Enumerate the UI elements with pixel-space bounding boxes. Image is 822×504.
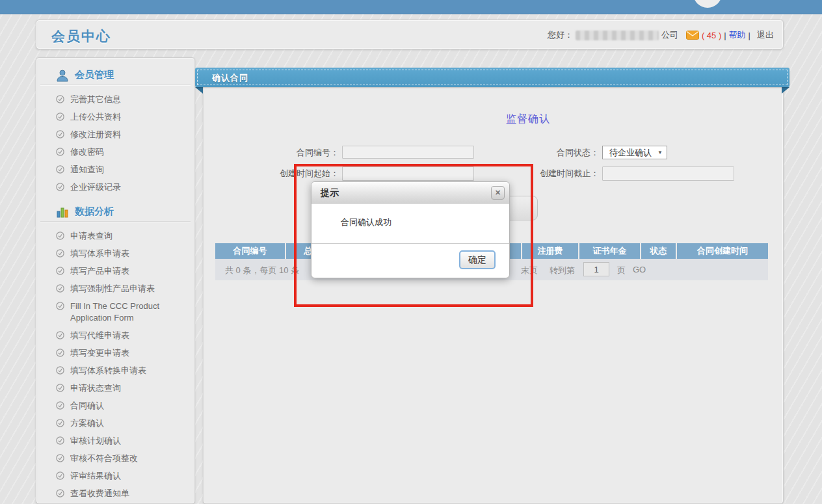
sidebar-item-nonconformity-rectification[interactable]: 审核不符合项整改	[36, 449, 194, 467]
item-label: 填写变更申请表	[70, 347, 129, 359]
check-circle-icon	[56, 113, 64, 121]
check-circle-icon	[56, 489, 64, 497]
page-number-input[interactable]	[583, 262, 609, 276]
ribbon-fold-right	[782, 87, 789, 94]
item-label: 上传公共资料	[70, 111, 121, 123]
sidebar-item-notice-query[interactable]: 通知查询	[36, 161, 194, 178]
check-circle-icon	[56, 165, 64, 174]
separator: |	[724, 31, 726, 40]
dialog-title-bar[interactable]: 提示 ✕	[312, 182, 509, 204]
item-label: 申请状态查询	[70, 382, 121, 394]
check-circle-icon	[56, 284, 64, 293]
col-certificate-annuity: 证书年金	[578, 243, 640, 259]
user-icon	[56, 69, 69, 82]
mail-envelope-icon[interactable]	[686, 31, 699, 40]
check-circle-icon	[56, 349, 64, 357]
check-circle-icon	[56, 267, 64, 275]
page-title: 监督确认	[506, 113, 550, 126]
sidebar-item-upload-public-docs[interactable]: 上传公共资料	[36, 108, 194, 126]
item-label: 修改密码	[70, 146, 104, 158]
sidebar-item-audit-plan-confirm[interactable]: 审核计划确认	[36, 432, 194, 449]
section-title: 数据分析	[75, 206, 114, 218]
company-suffix: 公司	[661, 29, 678, 41]
sidebar-item-plan-confirm[interactable]: 方案确认	[36, 414, 194, 432]
sidebar-item-review-result-confirm[interactable]: 评审结果确认	[36, 467, 194, 484]
sidebar-item-application-status-query[interactable]: 申请状态查询	[36, 379, 194, 397]
greeting-prefix: 您好：	[548, 29, 573, 41]
item-label: 查看收费通知单	[70, 488, 129, 499]
sidebar-item-product-application[interactable]: 填写产品申请表	[36, 262, 194, 280]
company-name-redacted	[576, 31, 659, 40]
check-circle-icon	[56, 232, 64, 240]
sidebar-item-system-application[interactable]: 填写体系申请表	[36, 245, 194, 262]
sidebar-item-system-conversion-application[interactable]: 填写体系转换申请表	[36, 362, 194, 379]
logout-link[interactable]: 退出	[757, 29, 774, 41]
item-label: 企业评级记录	[70, 181, 121, 193]
selected-status: 待企业确认	[609, 147, 652, 159]
app-logo: 会员中心	[51, 27, 111, 46]
sidebar-item-change-password[interactable]: 修改密码	[36, 143, 194, 161]
mail-count-badge[interactable]: ( 45 )	[702, 31, 721, 40]
sidebar-item-company-rating-record[interactable]: 企业评级记录	[36, 178, 194, 196]
sidebar-section-member-management: 会员管理	[40, 66, 191, 85]
top-bar	[0, 0, 822, 14]
alert-dialog: 提示 ✕ 合同确认成功 确定	[311, 181, 510, 278]
sidebar-item-edit-registration[interactable]: 修改注册资料	[36, 126, 194, 143]
last-page-link[interactable]: 末页	[521, 265, 538, 276]
section-title: 会员管理	[75, 69, 114, 81]
item-label: 修改注册资料	[70, 129, 121, 140]
bar-chart-icon	[56, 206, 69, 219]
separator: |	[749, 31, 750, 40]
item-label: 审核计划确认	[70, 435, 121, 447]
check-circle-icon	[56, 331, 64, 339]
chevron-down-icon: ▼	[657, 150, 663, 155]
item-label: 通知查询	[70, 164, 104, 176]
item-label: 填写体系转换申请表	[70, 365, 146, 377]
col-contract-number: 合同编号	[215, 243, 285, 259]
check-circle-icon	[56, 454, 64, 462]
create-end-input[interactable]	[602, 166, 734, 181]
dialog-divider	[312, 243, 509, 244]
check-circle-icon	[56, 148, 64, 156]
create-start-input[interactable]	[342, 166, 474, 181]
sidebar-item-change-application[interactable]: 填写变更申请表	[36, 344, 194, 362]
dialog-message: 合同确认成功	[341, 217, 391, 228]
check-circle-icon	[56, 384, 64, 392]
item-label: 填写体系申请表	[70, 248, 129, 259]
item-label: 审核不符合项整改	[70, 453, 138, 464]
close-icon[interactable]: ✕	[491, 186, 505, 200]
col-create-time: 合同创建时间	[676, 243, 768, 259]
help-link[interactable]: 帮助	[729, 29, 746, 41]
item-label: 合同确认	[70, 400, 104, 412]
sidebar-item-view-fee-notice[interactable]: 查看收费通知单	[36, 484, 194, 502]
sidebar-item-complete-other-info[interactable]: 完善其它信息	[36, 90, 194, 108]
sidebar-item-ccc-product-application[interactable]: Fill In The CCC Product Application Form	[36, 297, 194, 326]
item-label: 方案确认	[70, 418, 104, 429]
sidebar-item-application-query[interactable]: 申请表查询	[36, 227, 194, 245]
check-circle-icon	[56, 249, 64, 258]
sidebar-item-maintenance-application[interactable]: 填写代维申请表	[36, 326, 194, 344]
check-circle-icon	[56, 436, 64, 445]
check-circle-icon	[56, 419, 64, 427]
check-circle-icon	[56, 95, 64, 103]
contract-status-label: 合同状态：	[464, 146, 599, 160]
sidebar-item-contract-confirm[interactable]: 合同确认	[36, 397, 194, 414]
item-label: 评审结果确认	[70, 470, 121, 482]
item-label: 填写产品申请表	[70, 265, 129, 277]
contract-number-input[interactable]	[342, 146, 474, 159]
user-greeting-bar: 您好：公司 ( 45 ) |帮助| 退出	[548, 29, 774, 41]
contract-status-select[interactable]: 待企业确认 ▼	[602, 146, 667, 159]
ok-button[interactable]: 确定	[459, 250, 496, 269]
record-count-text: 共 0 条，每页 10 条	[225, 265, 299, 276]
check-circle-icon	[56, 302, 64, 310]
sidebar: 会员管理 完善其它信息 上传公共资料 修改注册资料 修改密码 通知查询 企业评级…	[36, 57, 195, 504]
create-start-label: 创建时间起始：	[204, 166, 339, 181]
item-label: Fill In The CCC Product Application Form	[70, 300, 188, 324]
go-button[interactable]: GO	[633, 265, 646, 274]
sidebar-item-compulsory-product-application[interactable]: 填写强制性产品申请表	[36, 280, 194, 297]
item-label: 完善其它信息	[70, 94, 121, 105]
check-circle-icon	[56, 471, 64, 480]
goto-page-label: 转到第	[550, 265, 575, 276]
main-content-panel: 监督确认 合同编号： 合同状态： 待企业确认 ▼ 创建时间起始： 创建时间截止：…	[203, 72, 784, 504]
ribbon-title: 确认合同	[212, 72, 248, 84]
